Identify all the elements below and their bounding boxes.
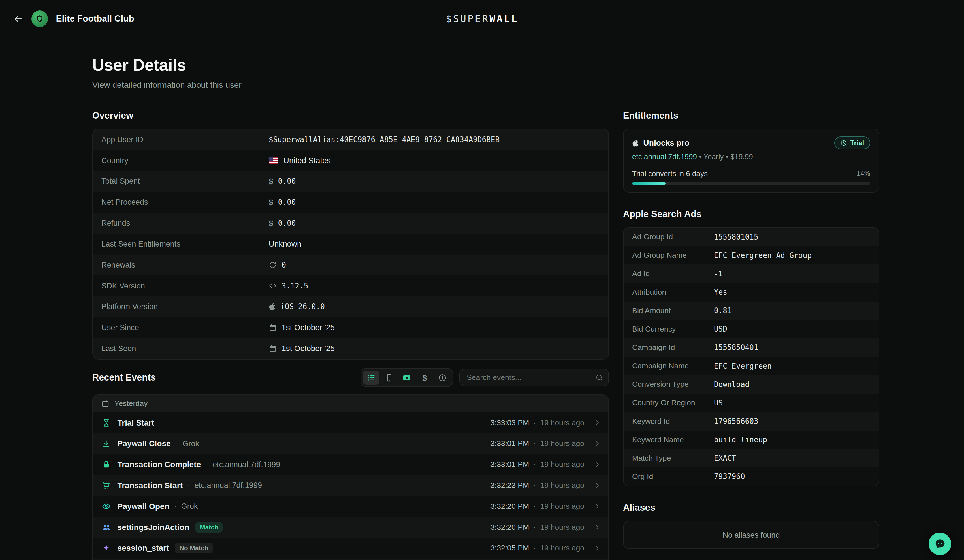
product-id: etc.annual.7df.1999 (632, 152, 697, 161)
event-row[interactable]: Transaction Start ·etc.annual.7df.1999 3… (93, 475, 608, 496)
events-view-switcher: $ (360, 368, 453, 387)
event-name: session_start (117, 543, 169, 553)
overview-value-icon (269, 282, 277, 290)
event-type-icon (101, 544, 111, 553)
overview-row: Refunds $ 0.00 (93, 213, 608, 234)
event-name: Trial Start (117, 418, 154, 428)
overview-row: Renewals 0 (93, 254, 608, 275)
asa-row-value: USD (714, 325, 727, 333)
event-time: 3:32:20 PM (490, 523, 529, 532)
events-day-label: Yesterday (114, 399, 148, 408)
overview-row: Platform Version iOS 26.0.0 (93, 296, 608, 317)
events-view-button[interactable] (381, 371, 397, 385)
overview-heading: Overview (92, 110, 609, 121)
event-row[interactable]: Transaction Complete ·etc.annual.7df.199… (93, 454, 608, 475)
overview-row: Last Seen 1st October '25 (93, 338, 608, 359)
event-type-icon (101, 481, 111, 490)
event-relative-time: 19 hours ago (540, 502, 584, 511)
entitlement-name: Unlocks pro (643, 138, 689, 148)
asa-row: Bid Amount 0.81 (624, 301, 879, 320)
asa-row-value: Yes (714, 288, 727, 296)
asa-row: Campaign Name EFC Evergreen (624, 357, 879, 375)
asa-row: Bid Currency USD (624, 320, 879, 338)
events-day-group: Yesterday (93, 395, 608, 412)
trial-badge: Trial (834, 137, 870, 150)
event-subtitle: etc.annual.7df.1999 (213, 460, 280, 469)
event-row[interactable]: session_start No Match 3:32:05 PM · 19 h… (93, 538, 608, 558)
view-icon (385, 373, 393, 382)
event-name: settingsJoinAction (117, 523, 189, 532)
back-arrow-icon (13, 14, 23, 24)
overview-row-label: SDK Version (101, 282, 269, 290)
back-button[interactable] (13, 14, 23, 24)
clock-icon (840, 140, 847, 147)
event-type-icon (101, 460, 111, 469)
asa-row-value: EFC Evergreen (714, 362, 772, 370)
topbar: Elite Football Club $SUPERWALL (0, 0, 964, 38)
search-icon (595, 374, 603, 382)
event-time: 3:33:03 PM (490, 418, 529, 427)
asa-row: Country Or Region US (624, 394, 879, 412)
event-name: Paywall Close (117, 439, 171, 448)
event-name: Paywall Open (117, 502, 169, 511)
asa-row-label: Org Id (632, 472, 714, 481)
asa-row-label: Country Or Region (632, 398, 714, 407)
asa-row-value: EXACT (714, 454, 736, 462)
chat-support-button[interactable] (928, 532, 951, 555)
overview-row-value: 1st October '25 (282, 344, 335, 353)
event-time: 3:33:01 PM (490, 439, 529, 448)
overview-row-value: United States (283, 156, 331, 165)
asa-row-label: Campaign Id (632, 343, 714, 352)
asa-row-value: Download (714, 380, 749, 389)
events-view-button[interactable]: $ (416, 371, 433, 385)
asa-row-value: 7937960 (714, 472, 745, 481)
asa-row-label: Match Type (632, 454, 714, 462)
trial-percent: 14% (857, 169, 870, 177)
event-row[interactable]: Paywall Open ·Grok 3:32:20 PM · 19 hours… (93, 496, 608, 517)
chevron-right-icon (593, 544, 601, 552)
asa-row-label: Keyword Name (632, 435, 714, 444)
event-time: 3:33:01 PM (490, 460, 529, 469)
overview-value-icon (269, 303, 275, 311)
event-match-badge: No Match (175, 543, 213, 553)
asa-row-label: Bid Currency (632, 325, 714, 334)
view-icon (402, 373, 411, 382)
overview-value-icon (269, 261, 277, 269)
asa-row: Ad Group Id 1555801015 (624, 228, 879, 246)
asa-row-label: Conversion Type (632, 380, 714, 389)
overview-value-icon (269, 345, 277, 352)
event-row[interactable]: Session Start 3:32:05 PM · 19 hours ago (93, 558, 608, 560)
events-view-button[interactable] (434, 371, 451, 385)
asa-row: Keyword Name build lineup (624, 431, 879, 449)
overview-row-label: Refunds (101, 218, 269, 228)
events-search-input[interactable] (459, 369, 609, 386)
asa-row: Ad Id -1 (624, 264, 879, 283)
chevron-right-icon (593, 461, 601, 469)
apple-search-ads-table: Ad Group Id 1555801015 Ad Group Name EFC… (623, 227, 879, 487)
asa-row-label: Bid Amount (632, 306, 714, 315)
event-row[interactable]: Paywall Close ·Grok 3:33:01 PM · 19 hour… (93, 433, 608, 454)
events-view-button[interactable] (399, 371, 415, 385)
event-name: Transaction Start (117, 481, 183, 490)
view-icon (438, 373, 446, 382)
overview-row: User Since 1st October '25 (93, 317, 608, 338)
event-row[interactable]: Trial Start 3:33:03 PM · 19 hours ago (93, 412, 608, 433)
chevron-right-icon (593, 419, 601, 427)
entitlements-heading: Entitlements (623, 110, 879, 121)
event-match-badge: Match (195, 522, 223, 532)
asa-row-label: Campaign Name (632, 361, 714, 370)
overview-row-label: Net Proceeds (101, 198, 269, 207)
chevron-right-icon (593, 440, 601, 448)
page-title: User Details (92, 55, 609, 76)
event-subtitle: Grok (182, 439, 199, 448)
overview-row-value: 0.00 (278, 198, 296, 207)
event-row[interactable]: settingsJoinAction Match 3:32:20 PM · 19… (93, 517, 608, 538)
asa-row-value: 0.81 (714, 306, 732, 315)
events-view-button[interactable] (363, 371, 379, 385)
overview-value-icon (269, 157, 278, 164)
event-type-icon (101, 439, 111, 448)
asa-row-value: EFC Evergreen Ad Group (714, 251, 812, 260)
app: Elite Football Club $SUPERWALL User Deta… (0, 0, 964, 560)
view-icon: $ (422, 373, 427, 382)
entitlement-card: Unlocks pro Trial etc.annual.7df.1999 • … (623, 129, 879, 193)
